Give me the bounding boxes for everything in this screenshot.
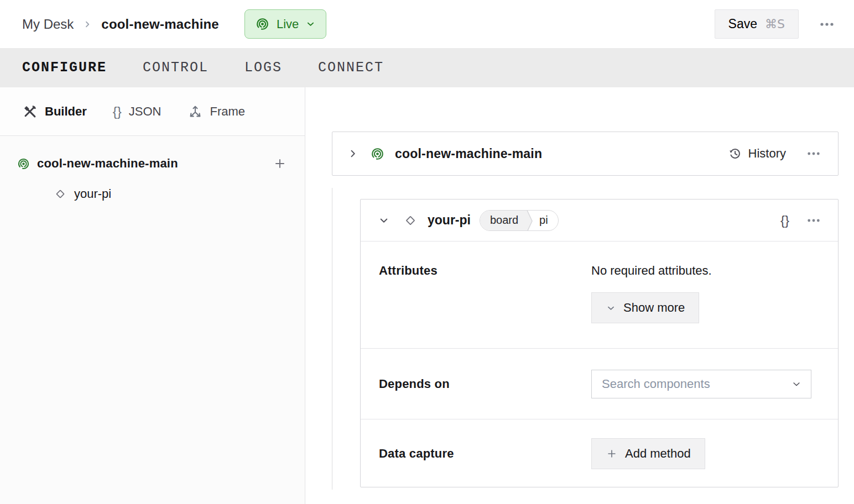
tab-control[interactable]: CONTROL bbox=[143, 60, 209, 76]
main-area: Builder {} JSON Frame bbox=[0, 87, 854, 504]
machine-card: cool-new-machine-main History bbox=[332, 132, 839, 176]
broadcast-icon bbox=[370, 146, 385, 161]
add-component-button[interactable] bbox=[273, 156, 287, 171]
tree-connector-line bbox=[332, 188, 332, 490]
ellipsis-icon bbox=[807, 151, 820, 156]
tab-configure[interactable]: CONFIGURE bbox=[22, 60, 107, 76]
broadcast-icon bbox=[17, 157, 30, 171]
tools-icon bbox=[22, 104, 38, 119]
view-json[interactable]: {} JSON bbox=[113, 104, 162, 119]
braces-icon: {} bbox=[113, 104, 122, 119]
attributes-label: Attributes bbox=[379, 264, 591, 348]
view-toggle: Builder {} JSON Frame bbox=[0, 87, 305, 136]
machine-card-title: cool-new-machine-main bbox=[395, 146, 542, 161]
save-button[interactable]: Save ⌘S bbox=[715, 9, 799, 39]
component-menu-button[interactable] bbox=[804, 213, 824, 228]
view-json-label: JSON bbox=[129, 104, 162, 119]
show-more-button[interactable]: Show more bbox=[591, 292, 699, 323]
badge-type: board bbox=[480, 211, 526, 230]
history-button[interactable]: History bbox=[728, 146, 786, 161]
expand-chevron-right-icon[interactable] bbox=[347, 148, 359, 160]
save-shortcut: ⌘S bbox=[765, 17, 785, 31]
component-card-header: your-pi board pi {} bbox=[361, 200, 838, 242]
machine-status-dropdown[interactable]: Live bbox=[244, 9, 326, 39]
tree-item-your-pi[interactable]: your-pi bbox=[0, 181, 305, 207]
view-builder[interactable]: Builder bbox=[22, 104, 87, 119]
chevron-down-icon bbox=[606, 303, 616, 313]
history-clock-icon bbox=[728, 146, 742, 161]
tree-item-label: cool-new-machine-main bbox=[37, 156, 178, 171]
attributes-value-column: No required attributes. Show more bbox=[591, 264, 712, 348]
attributes-section: Attributes No required attributes. Show … bbox=[361, 242, 838, 349]
search-components-input[interactable] bbox=[602, 377, 791, 391]
topbar-menu-button[interactable] bbox=[816, 17, 837, 32]
main-tab-bar: CONFIGURE CONTROL LOGS CONNECT bbox=[0, 48, 854, 87]
breadcrumb-parent[interactable]: My Desk bbox=[22, 17, 74, 32]
breadcrumb-chevron-icon bbox=[82, 19, 92, 29]
diamond-icon bbox=[403, 213, 418, 228]
plus-icon bbox=[606, 448, 618, 460]
top-bar: My Desk cool-new-machine Live Save ⌘S bbox=[0, 0, 854, 48]
view-frame[interactable]: Frame bbox=[188, 104, 246, 119]
ellipsis-icon bbox=[820, 22, 834, 27]
data-capture-label: Data capture bbox=[379, 447, 591, 461]
badge-divider-chevron bbox=[526, 211, 533, 230]
breadcrumb-current: cool-new-machine bbox=[101, 17, 219, 32]
depends-on-dropdown[interactable] bbox=[591, 370, 811, 398]
tree-item-label: your-pi bbox=[74, 187, 111, 201]
tree-item-machine-main[interactable]: cool-new-machine-main bbox=[0, 150, 305, 177]
history-label: History bbox=[748, 146, 786, 161]
braces-icon: {} bbox=[780, 213, 789, 228]
component-card-title: your-pi bbox=[428, 213, 471, 228]
view-builder-label: Builder bbox=[45, 104, 87, 119]
data-capture-section: Data capture Add method bbox=[361, 419, 838, 488]
machine-card-menu-button[interactable] bbox=[804, 146, 824, 161]
broadcast-icon bbox=[255, 17, 270, 32]
depends-on-label: Depends on bbox=[379, 377, 591, 391]
machine-tree: cool-new-machine-main your-pi bbox=[0, 136, 305, 207]
chevron-down-icon bbox=[305, 19, 316, 29]
save-label: Save bbox=[728, 17, 757, 32]
status-label: Live bbox=[277, 17, 299, 32]
chevron-down-icon bbox=[791, 379, 802, 390]
badge-model: pi bbox=[533, 211, 558, 230]
view-frame-label: Frame bbox=[210, 104, 246, 119]
depends-on-section: Depends on bbox=[361, 349, 838, 419]
component-json-button[interactable]: {} bbox=[780, 213, 789, 228]
attributes-empty-text: No required attributes. bbox=[591, 264, 712, 278]
diamond-icon bbox=[54, 187, 67, 201]
sidebar: Builder {} JSON Frame bbox=[0, 87, 305, 504]
frame-axes-icon bbox=[188, 104, 203, 119]
tab-connect[interactable]: CONNECT bbox=[318, 60, 384, 76]
component-card: your-pi board pi {} bbox=[360, 199, 839, 487]
topbar-actions: Save ⌘S bbox=[715, 9, 837, 39]
show-more-label: Show more bbox=[623, 301, 685, 315]
add-method-button[interactable]: Add method bbox=[591, 438, 705, 469]
configure-content: cool-new-machine-main History bbox=[305, 87, 854, 504]
add-method-label: Add method bbox=[625, 447, 691, 461]
tab-logs[interactable]: LOGS bbox=[244, 60, 282, 76]
ellipsis-icon bbox=[807, 218, 820, 223]
component-type-badge: board pi bbox=[480, 210, 559, 231]
collapse-chevron-down-icon[interactable] bbox=[378, 214, 390, 227]
